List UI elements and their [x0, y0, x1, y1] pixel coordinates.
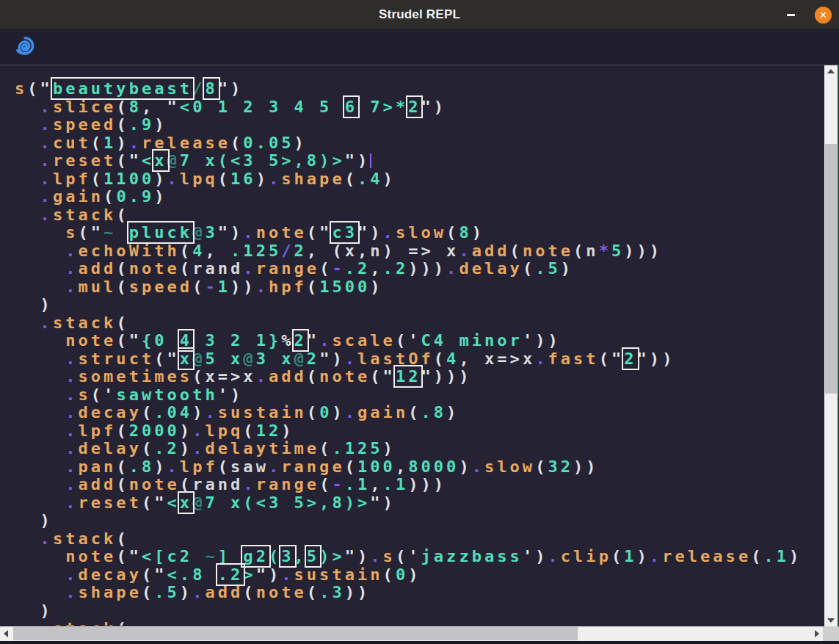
code-token: / — [281, 242, 294, 260]
code-token: stack — [53, 314, 116, 332]
code-token: ) — [383, 170, 396, 188]
vertical-scrollbar[interactable] — [824, 65, 838, 626]
code-token: pan — [78, 457, 116, 476]
code-line: .echoWith(4, .125/2, (x,n) => x.add(note… — [15, 242, 823, 261]
close-button[interactable]: ✕ — [815, 7, 832, 23]
code-token: - — [205, 278, 217, 296]
code-token: note — [129, 475, 180, 493]
code-token: (' — [396, 547, 421, 565]
code-token: . — [472, 457, 484, 476]
code-token: ") — [421, 98, 446, 116]
code-token: <.8 — [167, 565, 218, 584]
code-token: ") — [345, 151, 371, 170]
code-token: )> — [319, 547, 345, 565]
code-token — [15, 547, 65, 565]
code-token: 1 — [624, 547, 636, 565]
strudel-spiral-icon[interactable] — [14, 36, 36, 58]
code-token: 8 — [129, 98, 142, 116]
scroll-down-button[interactable] — [824, 615, 838, 626]
code-token: <0 1 2 3 4 5 — [180, 98, 345, 116]
scroll-left-button[interactable] — [0, 626, 12, 641]
code-token: . — [535, 350, 548, 368]
code-token: . — [65, 439, 78, 457]
code-line: .s('sawtooth') — [15, 386, 823, 405]
scroll-up-button[interactable] — [824, 65, 838, 77]
code-token — [15, 223, 65, 242]
code-token: 3 2 1} — [192, 331, 281, 350]
code-token: s — [15, 79, 27, 98]
code-token — [15, 242, 65, 260]
code-token: scale — [332, 331, 395, 350]
code-token: , " — [142, 98, 180, 116]
code-token: ) — [370, 278, 382, 296]
code-token — [15, 350, 65, 368]
code-token: . — [65, 242, 78, 260]
code-token: . — [192, 439, 205, 457]
code-token: ( — [307, 367, 319, 386]
code-token: . — [256, 367, 269, 386]
code-token: x — [345, 242, 357, 260]
code-token: hpf — [269, 278, 307, 296]
code-token: (" — [307, 223, 333, 242]
code-token: lpf — [78, 422, 116, 440]
code-token: (" — [116, 547, 142, 565]
code-token: (" — [154, 350, 180, 368]
code-token — [116, 223, 128, 242]
code-token: . — [281, 565, 294, 584]
code-token: / — [192, 79, 205, 98]
code-token: ) — [294, 134, 307, 152]
text-cursor — [370, 153, 371, 168]
code-token: . — [243, 259, 255, 278]
code-token: ( — [611, 547, 624, 565]
code-token: ")) — [637, 350, 675, 368]
code-token: . — [65, 422, 78, 440]
code-token: ( — [91, 170, 103, 188]
code-token: )) — [345, 583, 371, 601]
code-token: ] — [218, 547, 244, 565]
code-token — [15, 134, 40, 152]
horizontal-scrollbar-thumb[interactable] — [13, 627, 578, 640]
code-token — [15, 583, 65, 601]
code-token: ( — [243, 583, 255, 601]
code-token: ") — [319, 350, 345, 368]
vertical-scrollbar-thumb[interactable] — [825, 144, 837, 394]
code-token: ) — [154, 457, 167, 476]
code-token: . — [65, 475, 78, 493]
code-token: note — [65, 547, 116, 565]
code-token: decay — [78, 565, 141, 584]
code-token: " — [307, 331, 319, 350]
code-token — [15, 439, 65, 457]
code-token — [15, 386, 65, 404]
code-token — [15, 331, 65, 350]
code-token: ( — [116, 98, 128, 116]
code-token: ) — [472, 223, 484, 242]
code-token — [15, 403, 65, 422]
code-token: .5 — [154, 583, 180, 601]
code-token: ) — [154, 115, 167, 134]
code-area[interactable]: s("beautybeast/8") .slice(8, "<0 1 2 3 4… — [0, 65, 823, 626]
scroll-right-button[interactable] — [811, 626, 823, 641]
minimize-button[interactable] — [781, 5, 800, 24]
code-token: .1 — [383, 475, 409, 493]
code-token: ( — [192, 278, 205, 296]
code-token: . — [40, 619, 53, 626]
code-token — [15, 422, 65, 440]
code-token: (" — [599, 350, 625, 368]
code-token — [15, 115, 40, 134]
code-token: ( — [307, 278, 319, 296]
code-token: speed — [129, 278, 192, 296]
code-token: (' — [396, 331, 421, 350]
horizontal-scrollbar[interactable] — [0, 626, 823, 641]
code-token: note — [256, 223, 307, 242]
code-token: note — [65, 331, 116, 350]
code-token: saw — [230, 457, 269, 476]
code-line: .gain(0.9) — [15, 188, 823, 206]
code-token: reset — [78, 493, 141, 512]
code-token: ( — [269, 547, 281, 565]
code-line: .add(note(rand.range(-.2,.2))).delay(.5) — [15, 260, 823, 278]
code-token: 1 — [103, 134, 116, 152]
code-token: 3 x — [256, 350, 294, 368]
code-token: .1 — [345, 475, 371, 493]
code-line: s("~ pluck@3").note("c3").slow(8) — [15, 224, 823, 242]
code-token — [15, 170, 40, 188]
